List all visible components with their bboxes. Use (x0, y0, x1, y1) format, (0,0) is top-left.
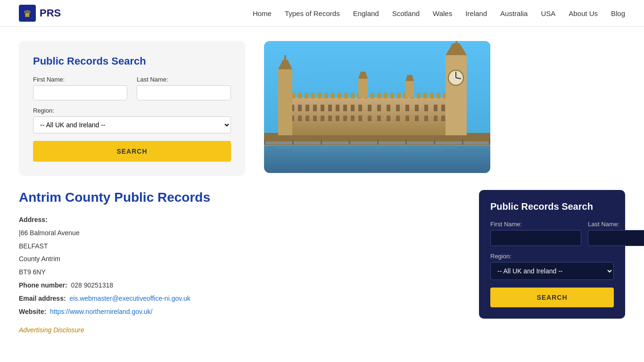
main-upper-section: Public Records Search First Name: Last N… (0, 27, 644, 185)
website-link[interactable]: https://www.northernireland.gov.uk/ (50, 308, 153, 315)
sidebar-region-select[interactable]: -- All UK and Ireland -- England Scotlan… (490, 262, 614, 280)
nav-usa[interactable]: USA (541, 9, 555, 17)
region-select[interactable]: -- All UK and Ireland -- England Scotlan… (33, 116, 231, 133)
svg-rect-23 (424, 105, 428, 111)
last-name-label: Last Name: (137, 76, 231, 83)
svg-rect-17 (368, 105, 372, 111)
address-label: Address: (19, 216, 48, 223)
svg-rect-95 (405, 140, 407, 145)
svg-rect-81 (284, 55, 286, 62)
phone-row: Phone number: 028 90251318 (19, 280, 451, 291)
address-line2: BELFAST (19, 241, 451, 252)
sidebar-first-name-group: First Name: (490, 221, 581, 246)
main-nav: Home Types of Records England Scotland W… (253, 9, 625, 17)
svg-rect-64 (397, 93, 401, 99)
svg-rect-51 (311, 93, 315, 99)
svg-rect-57 (351, 93, 355, 99)
sidebar-first-name-input[interactable] (490, 230, 581, 246)
svg-rect-42 (415, 115, 419, 121)
svg-rect-33 (336, 115, 339, 121)
svg-rect-61 (377, 93, 381, 99)
svg-rect-90 (264, 140, 265, 145)
nav-ireland[interactable]: Ireland (465, 9, 487, 17)
svg-rect-22 (415, 105, 419, 111)
main-search-title: Public Records Search (33, 55, 231, 67)
nav-types-of-records[interactable]: Types of Records (285, 9, 340, 17)
address-line3: County Antrim (19, 254, 451, 265)
svg-rect-67 (417, 93, 421, 99)
svg-rect-54 (331, 93, 335, 99)
email-row: Email address: eis.webmaster@executiveof… (19, 293, 451, 304)
svg-rect-49 (298, 93, 302, 99)
svg-rect-9 (305, 105, 309, 111)
svg-rect-39 (387, 115, 390, 121)
sidebar-last-name-input[interactable] (588, 230, 644, 246)
svg-rect-93 (349, 140, 350, 145)
svg-rect-14 (343, 105, 347, 111)
svg-rect-31 (321, 115, 324, 121)
svg-rect-56 (344, 93, 348, 99)
svg-rect-68 (423, 93, 427, 99)
svg-rect-19 (387, 105, 390, 111)
address-header: Address: (19, 214, 451, 226)
sidebar-search-button[interactable]: SEARCH (490, 288, 614, 307)
nav-wales[interactable]: Wales (433, 9, 452, 17)
svg-rect-21 (405, 105, 409, 111)
svg-rect-45 (441, 115, 445, 121)
nav-home[interactable]: Home (253, 9, 272, 17)
website-row: Website: https://www.northernireland.gov… (19, 306, 451, 318)
phone-value: 028 90251318 (71, 281, 113, 289)
sidebar-region-group: Region: -- All UK and Ireland -- England… (490, 253, 614, 280)
svg-rect-35 (351, 115, 355, 121)
svg-rect-38 (377, 115, 381, 121)
hero-image-container (264, 41, 625, 173)
sidebar-region-label: Region: (490, 253, 614, 260)
svg-rect-96 (434, 140, 435, 145)
svg-rect-84 (405, 81, 414, 98)
last-name-input[interactable] (137, 85, 231, 100)
email-link[interactable]: eis.webmaster@executiveoffice-ni.gov.uk (69, 295, 190, 302)
svg-rect-8 (298, 105, 302, 111)
county-info-section: Antrim County Public Records Address: |6… (19, 190, 451, 338)
svg-rect-28 (298, 115, 302, 121)
name-fields-row: First Name: Last Name: (33, 76, 231, 100)
svg-rect-30 (313, 115, 317, 121)
email-label: Email address: (19, 295, 66, 302)
sidebar-first-name-label: First Name: (490, 221, 581, 228)
website-label: Website: (19, 308, 46, 315)
search-button[interactable]: SEARCH (33, 141, 231, 162)
nav-about-us[interactable]: About Us (569, 9, 598, 17)
svg-rect-37 (368, 115, 372, 121)
nav-blog[interactable]: Blog (611, 9, 625, 17)
sidebar-name-fields: First Name: Last Name: (490, 221, 614, 246)
nav-scotland[interactable]: Scotland (392, 9, 420, 17)
svg-rect-16 (358, 105, 362, 111)
svg-rect-43 (424, 115, 428, 121)
first-name-group: First Name: (33, 76, 127, 100)
nav-australia[interactable]: Australia (500, 9, 528, 17)
logo-icon: ♛ (19, 5, 36, 22)
logo[interactable]: ♛ PRS (19, 5, 61, 22)
svg-rect-29 (305, 115, 309, 121)
first-name-input[interactable] (33, 85, 127, 100)
advertising-disclosure[interactable]: Advertising Disclosure (19, 325, 451, 336)
svg-rect-92 (321, 140, 322, 145)
nav-england[interactable]: England (353, 9, 379, 17)
svg-rect-94 (377, 140, 379, 145)
svg-rect-88 (292, 150, 443, 151)
svg-rect-34 (343, 115, 347, 121)
sidebar-last-name-group: Last Name: (588, 221, 644, 246)
svg-rect-79 (278, 69, 292, 135)
address-line4: BT9 6NY (19, 267, 451, 278)
svg-rect-82 (358, 79, 368, 98)
svg-rect-70 (437, 93, 440, 99)
svg-rect-60 (371, 93, 374, 99)
svg-rect-15 (351, 105, 355, 111)
svg-text:♛: ♛ (23, 8, 32, 19)
first-name-label: First Name: (33, 76, 127, 83)
svg-rect-98 (489, 140, 490, 145)
svg-rect-87 (278, 148, 457, 148)
svg-rect-53 (324, 93, 328, 99)
sidebar-search-title: Public Records Search (490, 201, 614, 212)
svg-rect-97 (462, 140, 463, 145)
